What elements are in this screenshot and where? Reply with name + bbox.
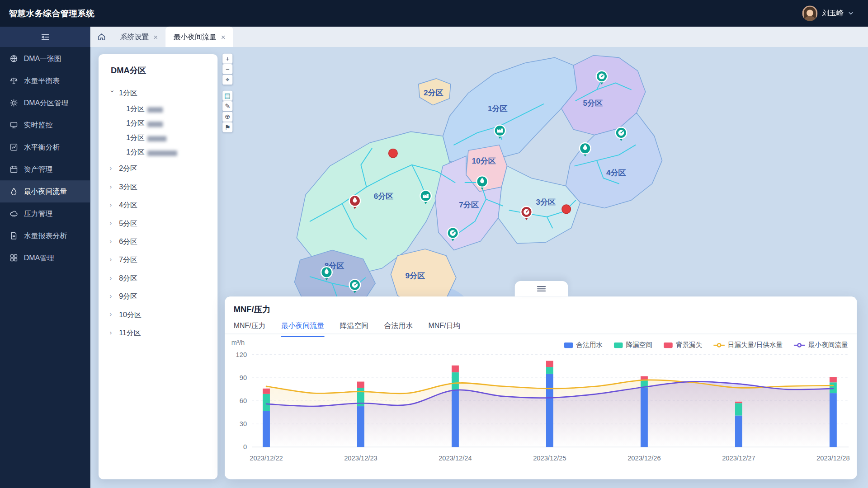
tree-subitem-1分区[interactable]: 1分区▆▆▆▆ bbox=[99, 102, 217, 116]
tree-item-1分区[interactable]: ›1分区 bbox=[99, 84, 217, 102]
tree-subitem-1分区[interactable]: 1分区▆▆▆▆▆▆▆▆ bbox=[99, 145, 217, 160]
tree-item-label: 2分区 bbox=[119, 164, 137, 174]
panel-tab-最小夜间流量[interactable]: 最小夜间流量 bbox=[281, 321, 325, 337]
sidebar-item-0[interactable]: DMA一张图 bbox=[0, 47, 90, 70]
zoom-out-button[interactable]: − bbox=[222, 64, 232, 74]
legend-label: 背景漏失 bbox=[676, 340, 703, 350]
sidebar-collapse-button[interactable] bbox=[0, 27, 90, 47]
home-tab-button[interactable] bbox=[90, 27, 113, 47]
sidebar-item-3[interactable]: 实时监控 bbox=[0, 114, 90, 136]
tree-item-6分区[interactable]: ›6分区 bbox=[99, 232, 217, 250]
tree-item-11分区[interactable]: ›11分区 bbox=[99, 324, 217, 342]
layers-button[interactable]: ▤ bbox=[222, 91, 232, 101]
legend-item-降漏空间[interactable]: 降漏空间 bbox=[614, 340, 653, 350]
asset-icon bbox=[9, 165, 19, 174]
tree-subitem-masked-text: ▆▆▆▆ bbox=[147, 120, 162, 127]
sidebar-item-1[interactable]: 水量平衡表 bbox=[0, 70, 90, 92]
panel-tabs-divider bbox=[225, 333, 857, 334]
anchor-button[interactable]: ⊕ bbox=[222, 112, 232, 122]
chevron-right-icon[interactable]: › bbox=[109, 328, 115, 336]
tab-close-icon[interactable]: × bbox=[221, 33, 226, 41]
report-icon bbox=[9, 231, 19, 240]
sidebar-item-5[interactable]: 资产管理 bbox=[0, 158, 90, 180]
tree-subitem-label: 1分区 bbox=[126, 118, 145, 128]
sidebar-item-2[interactable]: DMA分区管理 bbox=[0, 92, 90, 114]
bar-背景漏失 bbox=[452, 366, 459, 372]
zone-label-5分区: 5分区 bbox=[583, 99, 603, 108]
user-menu[interactable]: 刘玉峰 bbox=[802, 5, 868, 21]
svg-text:120: 120 bbox=[236, 351, 247, 358]
chevron-right-icon[interactable]: › bbox=[109, 274, 115, 282]
droplet-icon bbox=[9, 187, 19, 196]
panel-tab-MNF/日均[interactable]: MNF/日均 bbox=[428, 321, 460, 337]
tree-item-label: 10分区 bbox=[119, 310, 142, 319]
tree-item-3分区[interactable]: ›3分区 bbox=[99, 178, 217, 196]
tree-subitem-1分区[interactable]: 1分区▆▆▆▆▆ bbox=[99, 131, 217, 145]
sidebar-item-8[interactable]: 水量报表分析 bbox=[0, 225, 90, 247]
edit-button[interactable]: ✎ bbox=[222, 101, 232, 111]
sidebar-item-7[interactable]: 压力管理 bbox=[0, 202, 90, 225]
chevron-right-icon[interactable]: › bbox=[109, 255, 115, 263]
chart-unit-label: m³/h bbox=[231, 338, 245, 346]
chart-line-日漏失量/日供水量 bbox=[266, 380, 833, 394]
panel-tab-降温空间[interactable]: 降温空间 bbox=[340, 321, 369, 337]
tab-close-icon[interactable]: × bbox=[153, 33, 158, 41]
mnf-panel: MNF/压力 MNF/压力最小夜间流量降温空间合法用水MNF/日均 m³/h 合… bbox=[225, 296, 857, 479]
svg-text:2023/12/23: 2023/12/23 bbox=[344, 455, 377, 462]
tree-subitem-1分区[interactable]: 1分区▆▆▆▆ bbox=[99, 116, 217, 131]
sidebar-item-label: 资产管理 bbox=[24, 164, 53, 174]
legend-item-最小夜间流量[interactable]: 最小夜间流量 bbox=[794, 340, 848, 350]
tab-label: 最小夜间流量 bbox=[173, 32, 217, 42]
chevron-right-icon[interactable]: › bbox=[109, 310, 115, 318]
svg-text:2023/12/27: 2023/12/27 bbox=[722, 455, 755, 462]
sidebar-item-label: DMA管理 bbox=[24, 253, 54, 263]
sidebar-item-4[interactable]: 水平衡分析 bbox=[0, 136, 90, 158]
chevron-down-icon[interactable]: › bbox=[108, 90, 116, 95]
panel-tab-MNF/压力[interactable]: MNF/压力 bbox=[234, 321, 266, 337]
tree-item-7分区[interactable]: ›7分区 bbox=[99, 251, 217, 269]
chevron-right-icon[interactable]: › bbox=[109, 164, 115, 172]
tree-item-label: 8分区 bbox=[119, 273, 137, 283]
locate-button[interactable]: ⌖ bbox=[222, 75, 232, 84]
zoom-in-button[interactable]: + bbox=[222, 54, 232, 64]
tree-item-label: 9分区 bbox=[119, 291, 137, 301]
map-area[interactable]: 2分区1分区5分区10分区4分区6分区7分区3分区8分区9分区 +−⌖▤✎⊕⚑ … bbox=[90, 47, 868, 488]
tab-最小夜间流量[interactable]: 最小夜间流量× bbox=[165, 27, 233, 47]
chevron-right-icon[interactable]: › bbox=[109, 182, 115, 190]
dot-marker[interactable] bbox=[389, 149, 398, 158]
app-root: 智慧水务综合管理系统 刘玉峰 bbox=[0, 0, 868, 488]
dot-marker[interactable] bbox=[562, 205, 571, 214]
bar-合法用水 bbox=[452, 390, 459, 447]
bar-背景漏失 bbox=[357, 382, 364, 388]
chevron-right-icon[interactable]: › bbox=[109, 201, 115, 208]
svg-text:2023/12/26: 2023/12/26 bbox=[627, 455, 661, 462]
legend-item-日漏失量/日供水量[interactable]: 日漏失量/日供水量 bbox=[713, 340, 783, 350]
chevron-right-icon[interactable]: › bbox=[109, 292, 115, 300]
tree-item-2分区[interactable]: ›2分区 bbox=[99, 160, 217, 178]
panel-tab-合法用水[interactable]: 合法用水 bbox=[384, 321, 413, 337]
map-icon bbox=[9, 54, 19, 63]
tree-item-label: 7分区 bbox=[119, 255, 137, 265]
legend-item-合法用水[interactable]: 合法用水 bbox=[564, 340, 603, 350]
panel-collapse-handle[interactable] bbox=[515, 281, 568, 296]
tree-item-10分区[interactable]: ›10分区 bbox=[99, 305, 217, 324]
sidebar-item-6[interactable]: 最小夜间流量 bbox=[0, 180, 90, 202]
gear-icon bbox=[9, 99, 19, 108]
legend-label: 最小夜间流量 bbox=[808, 340, 848, 350]
balance-icon bbox=[9, 76, 19, 85]
tree-item-5分区[interactable]: ›5分区 bbox=[99, 214, 217, 232]
tab-list: 系统设置×最小夜间流量× bbox=[113, 27, 233, 47]
chart-line-最小夜间流量 bbox=[266, 381, 833, 406]
tree-item-9分区[interactable]: ›9分区 bbox=[99, 287, 217, 305]
bar-降漏空间 bbox=[263, 394, 270, 411]
tag-button[interactable]: ⚑ bbox=[222, 122, 232, 132]
chevron-right-icon[interactable]: › bbox=[109, 237, 115, 245]
sidebar-item-9[interactable]: DMA管理 bbox=[0, 247, 90, 269]
zone-label-3分区: 3分区 bbox=[536, 197, 556, 206]
tree-item-4分区[interactable]: ›4分区 bbox=[99, 196, 217, 214]
legend-item-背景漏失[interactable]: 背景漏失 bbox=[664, 340, 703, 350]
tab-系统设置[interactable]: 系统设置× bbox=[113, 27, 166, 47]
tree-item-8分区[interactable]: ›8分区 bbox=[99, 269, 217, 287]
chevron-right-icon[interactable]: › bbox=[109, 219, 115, 226]
bar-合法用水 bbox=[641, 388, 648, 447]
